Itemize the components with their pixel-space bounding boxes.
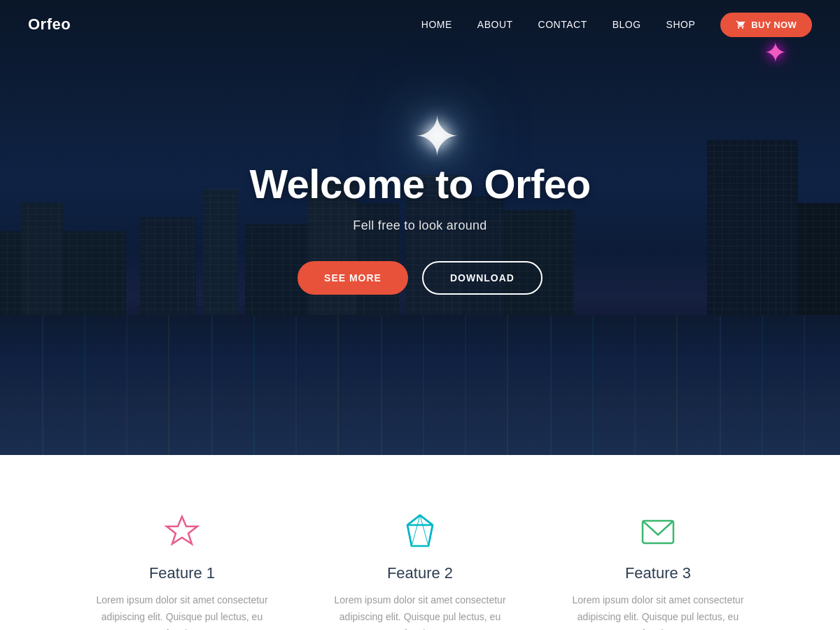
- feature-3-description: Lorem ipsum dolor sit amet consectetur a…: [560, 592, 756, 630]
- brand-logo[interactable]: Orfeo: [28, 15, 71, 34]
- hero-subtitle: Fell free to look around: [249, 218, 590, 233]
- nav-item-home[interactable]: HOME: [421, 19, 452, 30]
- svg-line-4: [420, 515, 433, 525]
- see-more-button[interactable]: SEE MORE: [298, 261, 408, 295]
- feature-item-3: Feature 3 Lorem ipsum dolor sit amet con…: [539, 497, 777, 630]
- nav-item-shop[interactable]: SHOP: [666, 19, 696, 30]
- feature-1-description: Lorem ipsum dolor sit amet consectetur a…: [84, 592, 280, 630]
- download-button[interactable]: DOWNLOAD: [422, 261, 542, 295]
- feature-3-icon: [560, 511, 756, 553]
- feature-1-title: Feature 1: [84, 564, 280, 582]
- feature-2-description: Lorem ipsum dolor sit amet consectetur a…: [322, 592, 518, 630]
- feature-3-title: Feature 3: [560, 564, 756, 582]
- hero-content: Welcome to Orfeo Fell free to look aroun…: [249, 160, 590, 295]
- hero-title: Welcome to Orfeo: [249, 160, 590, 207]
- hero-section: Welcome to Orfeo Fell free to look aroun…: [0, 0, 840, 455]
- feature-item-2: Feature 2 Lorem ipsum dolor sit amet con…: [301, 497, 539, 630]
- features-section: Feature 1 Lorem ipsum dolor sit amet con…: [0, 455, 840, 630]
- nav-item-contact[interactable]: CONTACT: [538, 19, 587, 30]
- feature-2-icon: [322, 511, 518, 553]
- svg-marker-0: [167, 517, 197, 544]
- feature-1-icon: [84, 511, 280, 553]
- hero-water-reflections: [0, 315, 840, 455]
- navbar: Orfeo HOME ABOUT CONTACT BLOG SHOP BUY N…: [0, 0, 840, 49]
- svg-line-5: [407, 525, 412, 546]
- nav-item-blog[interactable]: BLOG: [612, 19, 641, 30]
- svg-line-6: [428, 525, 433, 546]
- cart-icon: [736, 20, 746, 29]
- buy-now-label: BUY NOW: [751, 20, 797, 30]
- feature-2-title: Feature 2: [322, 564, 518, 582]
- hero-buttons: SEE MORE DOWNLOAD: [249, 261, 590, 295]
- feature-item-1: Feature 1 Lorem ipsum dolor sit amet con…: [63, 497, 301, 630]
- svg-line-3: [407, 515, 420, 525]
- buy-now-button[interactable]: BUY NOW: [720, 13, 812, 37]
- nav-item-about[interactable]: ABOUT: [477, 19, 513, 30]
- nav-links: HOME ABOUT CONTACT BLOG SHOP BUY NOW: [421, 13, 812, 37]
